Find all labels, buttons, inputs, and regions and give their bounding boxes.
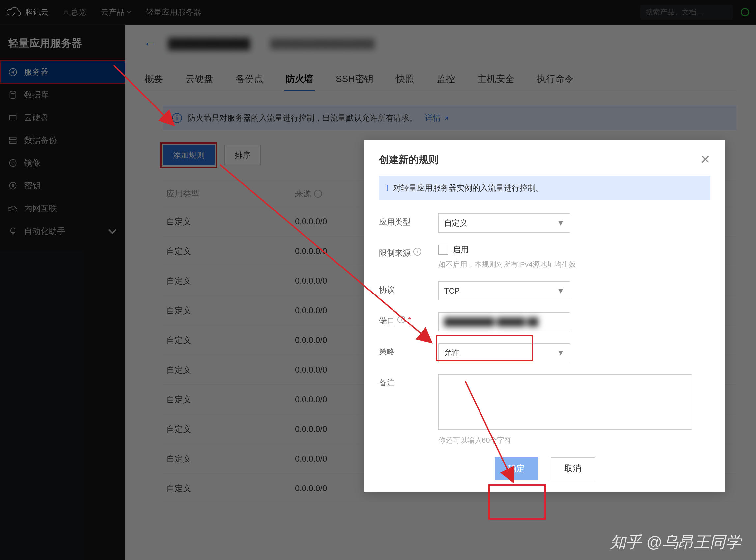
- sidebar: 轻量应用服务器 服务器 数据库 云硬盘 数据备份 镜像 密钥 内网互联: [0, 25, 125, 560]
- info-icon: i: [386, 183, 388, 193]
- label-apptype: 应用类型: [379, 214, 438, 233]
- help-icon[interactable]: i: [398, 316, 405, 323]
- tab-sshkey[interactable]: SSH密钥: [334, 67, 375, 91]
- tab-exec[interactable]: 执行命令: [536, 67, 575, 91]
- external-link-icon: [443, 116, 448, 121]
- sidebar-item-automation[interactable]: 自动化助手: [0, 220, 125, 242]
- sidebar-title: 轻量应用服务器: [0, 31, 125, 61]
- nav-products-label: 云产品: [101, 7, 124, 18]
- svg-point-6: [9, 159, 17, 166]
- sidebar-item-key[interactable]: 密钥: [0, 174, 125, 197]
- cell-apptype: 自定义: [163, 335, 295, 345]
- database-icon: [8, 90, 17, 99]
- tab-disk[interactable]: 云硬盘: [184, 67, 215, 91]
- brand-logo[interactable]: 腾讯云: [6, 6, 49, 18]
- sidebar-item-label: 数据备份: [24, 135, 57, 146]
- sort-button[interactable]: 排序: [225, 145, 261, 165]
- cell-apptype: 自定义: [163, 364, 295, 375]
- modal-title: 创建新的规则: [379, 153, 438, 167]
- svg-point-1: [9, 68, 17, 76]
- cloud-icon: [6, 6, 21, 18]
- search-box[interactable]: [640, 5, 733, 20]
- tab-bar: 概要 云硬盘 备份点 防火墙 SSH密钥 快照 监控 主机安全 执行命令: [143, 67, 736, 91]
- col-apptype: 应用类型: [163, 188, 295, 199]
- label-restrict: 限制来源 i: [379, 244, 438, 269]
- tab-backup[interactable]: 备份点: [234, 67, 265, 91]
- info-icon: i: [172, 113, 182, 123]
- target-icon: [8, 158, 17, 168]
- chevron-down-icon: ▼: [557, 348, 564, 357]
- info-banner-link[interactable]: 详情: [425, 113, 448, 123]
- tab-snapshot[interactable]: 快照: [394, 67, 415, 91]
- back-arrow[interactable]: ←: [143, 36, 157, 51]
- label-remark: 备注: [379, 374, 438, 445]
- policy-select[interactable]: 允许 ▼: [438, 343, 570, 362]
- topbar: 腾讯云 总览 云产品 轻量应用服务器: [0, 0, 756, 25]
- sidebar-item-intranet[interactable]: 内网互联: [0, 197, 125, 220]
- cell-apptype: 自定义: [163, 453, 295, 464]
- compass-icon: [8, 67, 17, 77]
- tab-monitor[interactable]: 监控: [435, 67, 457, 91]
- topbar-right: [640, 5, 750, 20]
- cell-apptype: 自定义: [163, 275, 295, 286]
- instance-id: ███████████: [168, 38, 250, 50]
- svg-point-2: [10, 91, 16, 93]
- cell-apptype: 自定义: [163, 394, 295, 405]
- add-rule-button[interactable]: 添加规则: [163, 145, 215, 165]
- label-port: 端口 i *: [379, 312, 438, 332]
- sidebar-item-image[interactable]: 镜像: [0, 152, 125, 174]
- status-indicator[interactable]: [741, 8, 750, 17]
- cancel-button[interactable]: 取消: [551, 457, 595, 480]
- cell-apptype: 自定义: [163, 305, 295, 316]
- cell-apptype: 自定义: [163, 483, 295, 494]
- svg-rect-5: [9, 141, 17, 143]
- sidebar-item-label: 服务器: [24, 66, 49, 77]
- sidebar-item-label: 云硬盘: [24, 112, 49, 123]
- sidebar-item-disk[interactable]: 云硬盘: [0, 106, 125, 129]
- chevron-down-icon: [108, 227, 117, 236]
- bulb-icon: [8, 227, 17, 236]
- chevron-down-icon: [127, 10, 131, 15]
- label-proto: 协议: [379, 281, 438, 300]
- close-icon[interactable]: ✕: [700, 153, 710, 167]
- sidebar-item-label: 镜像: [24, 158, 41, 168]
- nav-overview[interactable]: 总览: [64, 7, 86, 18]
- help-icon[interactable]: i: [413, 248, 421, 256]
- disk-icon: [8, 113, 17, 122]
- sidebar-item-label: 自动化助手: [24, 226, 65, 237]
- help-icon[interactable]: i: [314, 190, 322, 198]
- tab-firewall[interactable]: 防火墙: [285, 67, 315, 91]
- proto-select[interactable]: TCP ▼: [438, 281, 570, 300]
- nav-overview-label: 总览: [70, 7, 86, 18]
- confirm-button[interactable]: 确定: [495, 457, 538, 480]
- search-input[interactable]: [645, 8, 736, 17]
- sidebar-item-label: 密钥: [24, 180, 41, 191]
- cell-apptype: 自定义: [163, 216, 295, 227]
- backup-icon: [8, 136, 17, 145]
- proto-select-value: TCP: [444, 286, 460, 296]
- tab-overview[interactable]: 概要: [143, 67, 164, 91]
- port-input[interactable]: █████████-█████:██: [438, 312, 570, 332]
- restrict-enable-checkbox[interactable]: [438, 245, 448, 255]
- sidebar-item-database[interactable]: 数据库: [0, 83, 125, 106]
- chevron-down-icon: ▼: [557, 286, 564, 296]
- cloud-up-icon: [8, 204, 17, 213]
- tab-security[interactable]: 主机安全: [476, 67, 516, 91]
- modal-info-banner: i 对轻量应用服务器实例的入流量进行控制。: [379, 176, 710, 200]
- remark-textarea[interactable]: [438, 374, 692, 429]
- apptype-select-value: 自定义: [444, 218, 468, 228]
- info-banner: i 防火墙只对服务器的入流量进行控制，出流量默认允许所有请求。 详情: [163, 106, 736, 130]
- sidebar-item-label: 内网互联: [24, 203, 57, 214]
- restrict-enable-label: 启用: [453, 244, 469, 255]
- nav-service-name[interactable]: 轻量应用服务器: [146, 7, 201, 18]
- apptype-select[interactable]: 自定义 ▼: [438, 214, 570, 233]
- instance-subtitle: ████████████████: [270, 39, 374, 49]
- chevron-down-icon: ▼: [557, 218, 564, 227]
- sidebar-item-server[interactable]: 服务器: [0, 61, 125, 83]
- home-icon: [64, 10, 68, 15]
- cell-apptype: 自定义: [163, 246, 295, 257]
- breadcrumb: ← ███████████ ████████████████: [143, 36, 756, 51]
- sidebar-item-backup[interactable]: 数据备份: [0, 129, 125, 152]
- create-rule-modal: 创建新的规则 ✕ i 对轻量应用服务器实例的入流量进行控制。 应用类型 自定义 …: [364, 140, 725, 493]
- nav-products[interactable]: 云产品: [101, 7, 131, 18]
